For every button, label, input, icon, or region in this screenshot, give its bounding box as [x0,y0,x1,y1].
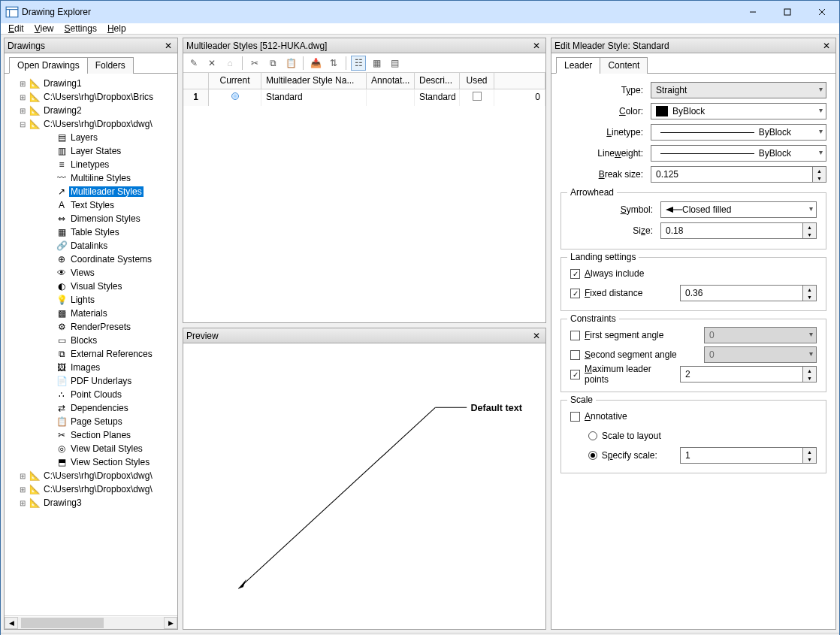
spin-down-icon[interactable]: ▼ [803,374,816,382]
tree-node[interactable]: Visual Styles [69,281,123,292]
spin-down-icon[interactable]: ▼ [803,455,816,463]
tab-leader[interactable]: Leader [556,57,600,74]
tree-node[interactable]: Coordinate Systems [69,254,153,265]
scale-to-layout-radio[interactable] [588,431,597,440]
tree-node[interactable]: Multiline Styles [69,173,132,183]
col-name[interactable]: Multileader Style Na... [261,73,367,89]
scroll-left-icon[interactable]: ◀ [5,617,18,629]
tree-node[interactable]: Linetypes [69,159,110,170]
col-descr[interactable]: Descri... [415,73,460,89]
menu-view[interactable]: View [35,23,54,34]
expander-icon[interactable]: ⊞ [18,107,27,115]
spin-down-icon[interactable]: ▼ [803,293,816,301]
tree-node[interactable]: Point Clouds [69,389,123,400]
tree-node[interactable]: RenderPresets [69,322,132,332]
expander-icon[interactable]: ⊟ [18,120,27,129]
tree-node[interactable]: Page Setups [69,416,124,427]
menu-settings[interactable]: Settings [65,23,97,34]
cell-annot[interactable] [367,89,415,106]
tree-node[interactable]: View Detail Styles [69,443,144,454]
tree-node[interactable]: Dimension Styles [69,213,142,224]
drawings-tree[interactable]: ⊞📐Drawing1 ⊞📐C:\Users\rhg\Dropbox\Brics … [5,74,177,615]
refresh-icon[interactable]: ⇅ [326,56,341,71]
cell-used[interactable] [460,89,494,106]
arrowsize-spinner[interactable]: ▲▼ [660,222,817,239]
secondseg-checkbox[interactable] [570,350,580,360]
tree-node[interactable]: Lights [69,295,96,305]
tree-node[interactable]: Table Styles [69,227,121,237]
spin-down-icon[interactable]: ▼ [813,174,826,182]
scroll-thumb[interactable] [21,618,104,628]
tree-node[interactable]: Blocks [69,335,98,346]
view-tiles-icon[interactable]: ▤ [387,56,402,71]
expander-icon[interactable]: ⊞ [18,93,27,101]
col-count[interactable] [494,73,545,89]
spin-up-icon[interactable]: ▲ [803,286,816,293]
tree-node[interactable]: PDF Underlays [69,376,133,386]
col-current[interactable]: Current [209,73,261,89]
color-combo[interactable]: ByBlock▾ [651,103,826,119]
expander-icon[interactable]: ⊞ [18,80,27,88]
view-grid-icon[interactable]: ▦ [369,56,384,71]
tab-content[interactable]: Content [600,57,648,74]
tree-node[interactable]: Drawing1 [42,78,83,89]
col-used[interactable]: Used [460,73,494,89]
specify-scale-radio[interactable] [588,451,597,460]
spin-up-icon[interactable]: ▲ [803,367,816,374]
preview-close-icon[interactable]: ✕ [530,331,542,341]
tree-node[interactable]: Text Styles [69,200,116,210]
tree-node[interactable]: C:\Users\rhg\Dropbox\dwg\ [42,470,154,481]
fixed-distance-checkbox[interactable]: ✓ [570,289,580,298]
tree-node[interactable]: C:\Users\rhg\Dropbox\Brics [42,92,155,102]
maxpts-input[interactable] [680,366,803,383]
styles-close-icon[interactable]: ✕ [530,41,542,51]
fixeddist-input[interactable] [680,285,803,301]
maxpts-checkbox[interactable]: ✓ [570,370,580,379]
tree-node[interactable]: C:\Users\rhg\Dropbox\dwg\ [42,484,154,494]
fixeddist-spinner[interactable]: ▲▼ [680,285,817,301]
cell-name[interactable]: Standard [261,89,367,106]
delete-icon[interactable]: ✕ [204,56,219,71]
view-list-icon[interactable]: ☷ [351,56,366,71]
tree-node[interactable]: Images [69,362,101,373]
edit-style-close-icon[interactable]: ✕ [820,41,832,51]
spin-up-icon[interactable]: ▲ [803,448,816,455]
tree-node[interactable]: Section Planes [69,430,132,440]
import-icon[interactable]: 📥 [308,56,323,71]
tree-hscroll[interactable]: ◀ ▶ [5,615,177,629]
lineweight-combo[interactable]: ByBlock▾ [651,145,826,162]
tree-node[interactable]: Layer States [69,146,122,156]
always-include-checkbox[interactable]: ✓ [570,269,580,279]
tree-node[interactable]: External References [69,349,154,359]
col-rownum[interactable] [183,73,209,89]
col-annot[interactable]: Annotat... [367,73,415,89]
tree-node[interactable]: Drawing3 [42,497,83,508]
spin-up-icon[interactable]: ▲ [813,167,826,174]
cut-icon[interactable]: ✂ [247,56,262,71]
grid-row[interactable]: 1 Standard Standard 0 [183,89,545,106]
spin-down-icon[interactable]: ▼ [803,231,816,238]
scroll-right-icon[interactable]: ▶ [164,617,177,629]
tab-folders[interactable]: Folders [87,57,134,74]
expander-icon[interactable]: ⊞ [18,485,27,494]
type-combo[interactable]: Straight▾ [651,82,826,98]
minimize-button[interactable] [736,1,770,23]
breaksize-input[interactable] [651,166,813,183]
close-button[interactable] [805,1,839,23]
tree-node[interactable]: View Section Styles [69,457,151,467]
copy-icon[interactable]: ⧉ [265,56,280,71]
menu-edit[interactable]: Edit [8,23,24,34]
annotative-checkbox[interactable] [570,412,580,422]
drawings-close-icon[interactable]: ✕ [162,41,174,51]
spin-up-icon[interactable]: ▲ [803,223,816,231]
tree-node-selected[interactable]: Multileader Styles [69,186,144,197]
tree-node[interactable]: Drawing2 [42,105,83,116]
tree-node[interactable]: Views [69,268,96,278]
firstseg-checkbox[interactable] [570,331,580,340]
arrowsize-input[interactable] [660,222,803,239]
tab-open-drawings[interactable]: Open Drawings [9,57,88,74]
tree-node[interactable]: Layers [69,132,99,143]
linetype-combo[interactable]: ByBlock▾ [651,124,826,141]
maxpts-spinner[interactable]: ▲▼ [680,366,817,383]
current-indicator[interactable] [209,89,261,106]
